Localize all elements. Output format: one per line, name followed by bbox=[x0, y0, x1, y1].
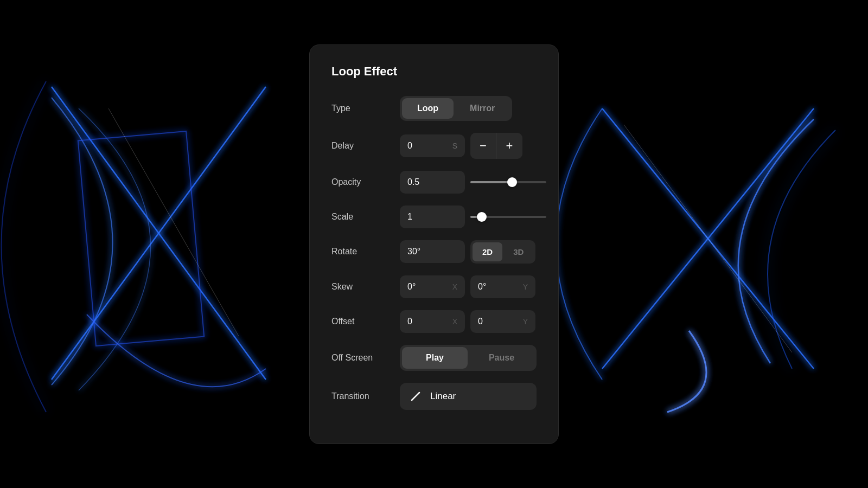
play-button[interactable]: Play bbox=[402, 347, 468, 369]
rotate-3d-button[interactable]: 3D bbox=[503, 242, 533, 261]
transition-label: Transition bbox=[331, 391, 391, 401]
opacity-input[interactable]: 0.5 bbox=[400, 171, 465, 194]
type-mirror-button[interactable]: Mirror bbox=[455, 98, 510, 119]
svg-line-4 bbox=[602, 108, 814, 369]
rotate-2d-button[interactable]: 2D bbox=[473, 242, 502, 261]
scale-label: Scale bbox=[331, 212, 391, 222]
delay-minus-button[interactable]: − bbox=[470, 133, 496, 159]
offset-x-input[interactable]: 0 X bbox=[400, 310, 465, 333]
opacity-label: Opacity bbox=[331, 177, 391, 187]
rotate-row: Rotate 30° 2D 3D bbox=[331, 240, 537, 264]
panel-title: Loop Effect bbox=[331, 65, 537, 79]
skew-y-input[interactable]: 0° Y bbox=[470, 275, 535, 298]
skew-y-label: Y bbox=[523, 282, 528, 291]
skew-label: Skew bbox=[331, 282, 391, 292]
offset-y-label: Y bbox=[523, 317, 528, 326]
skew-controls: 0° X 0° Y bbox=[400, 275, 537, 298]
transition-controls: Linear bbox=[400, 383, 537, 410]
opacity-controls: 0.5 bbox=[400, 171, 546, 194]
svg-line-1 bbox=[52, 87, 266, 380]
opacity-slider-track[interactable] bbox=[470, 181, 546, 183]
scale-value: 1 bbox=[407, 212, 412, 222]
scale-controls: 1 bbox=[400, 206, 546, 228]
skew-y-value: 0° bbox=[478, 282, 486, 292]
svg-line-6 bbox=[624, 125, 792, 352]
delay-unit: S bbox=[452, 142, 457, 150]
transition-value: Linear bbox=[430, 391, 456, 402]
opacity-slider-thumb[interactable] bbox=[507, 177, 517, 187]
skew-x-value: 0° bbox=[407, 282, 416, 292]
delay-plus-button[interactable]: + bbox=[496, 133, 522, 159]
svg-line-5 bbox=[108, 108, 239, 336]
off-screen-toggle-group: Play Pause bbox=[400, 345, 537, 371]
transition-row: Transition Linear bbox=[331, 383, 537, 410]
off-screen-row: Off Screen Play Pause bbox=[331, 345, 537, 371]
delay-input[interactable]: 0 S bbox=[400, 134, 465, 157]
skew-x-label: X bbox=[452, 282, 457, 291]
transition-field[interactable]: Linear bbox=[400, 383, 537, 410]
type-label: Type bbox=[331, 104, 391, 113]
svg-line-0 bbox=[52, 87, 266, 380]
delay-row: Delay 0 S − + bbox=[331, 133, 537, 159]
opacity-slider-fill bbox=[470, 181, 512, 183]
delay-stepper: − + bbox=[470, 133, 522, 159]
rotate-label: Rotate bbox=[331, 247, 391, 256]
offset-row: Offset 0 X 0 Y bbox=[331, 310, 537, 333]
type-loop-button[interactable]: Loop bbox=[402, 98, 454, 119]
pause-button[interactable]: Pause bbox=[469, 347, 534, 369]
rotate-input[interactable]: 30° bbox=[400, 240, 465, 263]
delay-controls: 0 S − + bbox=[400, 133, 537, 159]
offset-y-input[interactable]: 0 Y bbox=[470, 310, 535, 333]
opacity-value: 0.5 bbox=[407, 177, 419, 187]
offset-x-value: 0 bbox=[407, 317, 412, 326]
type-toggle-group: Loop Mirror bbox=[400, 96, 512, 121]
delay-value: 0 bbox=[407, 141, 412, 151]
svg-line-7 bbox=[412, 393, 419, 400]
transition-linear-icon bbox=[409, 389, 423, 403]
off-screen-controls: Play Pause bbox=[400, 345, 537, 371]
skew-row: Skew 0° X 0° Y bbox=[331, 275, 537, 298]
offset-label: Offset bbox=[331, 317, 391, 326]
rotate-dimension-toggle: 2D 3D bbox=[470, 240, 535, 264]
scale-slider-thumb[interactable] bbox=[477, 212, 487, 222]
rotate-controls: 30° 2D 3D bbox=[400, 240, 537, 264]
scale-row: Scale 1 bbox=[331, 206, 537, 228]
off-screen-label: Off Screen bbox=[331, 353, 391, 363]
type-controls: Loop Mirror bbox=[400, 96, 537, 121]
rotate-value: 30° bbox=[407, 247, 420, 256]
scale-input[interactable]: 1 bbox=[400, 206, 465, 228]
offset-x-label: X bbox=[452, 317, 457, 326]
scale-slider-track[interactable] bbox=[470, 216, 546, 218]
skew-x-input[interactable]: 0° X bbox=[400, 275, 465, 298]
opacity-row: Opacity 0.5 bbox=[331, 171, 537, 194]
offset-y-value: 0 bbox=[478, 317, 483, 326]
type-row: Type Loop Mirror bbox=[331, 96, 537, 121]
delay-label: Delay bbox=[331, 141, 391, 151]
offset-controls: 0 X 0 Y bbox=[400, 310, 537, 333]
svg-rect-2 bbox=[78, 131, 204, 346]
loop-effect-panel: Loop Effect Type Loop Mirror Delay 0 S −… bbox=[309, 44, 559, 444]
svg-line-3 bbox=[602, 108, 814, 369]
